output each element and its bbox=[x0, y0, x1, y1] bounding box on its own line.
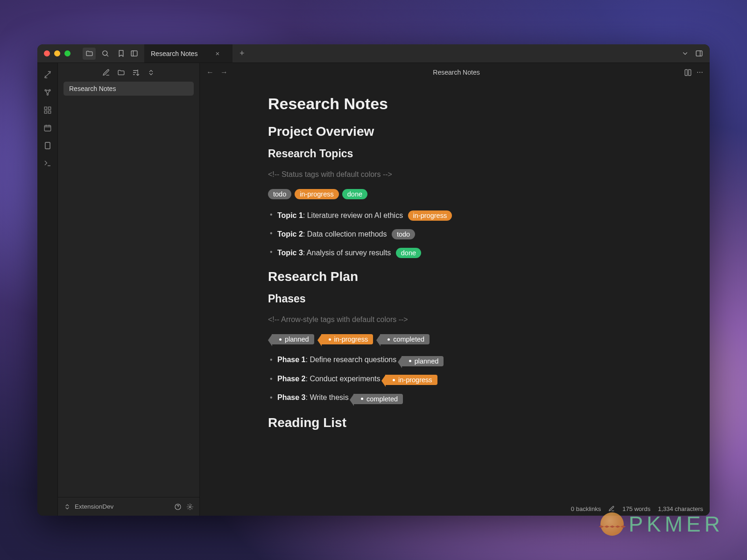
command-icon[interactable] bbox=[41, 156, 55, 170]
app-window: Research Notes × + R bbox=[37, 44, 710, 516]
svg-rect-9 bbox=[48, 111, 50, 113]
doc-h2-overview: Project Overview bbox=[268, 124, 641, 139]
comment-status-tags: <!-- Status tags with default colors --> bbox=[268, 170, 641, 179]
list-item: Topic 2: Data collection methods todo bbox=[277, 229, 641, 239]
svg-rect-7 bbox=[48, 107, 50, 109]
list-item: Phase 3: Write thesis completed bbox=[277, 393, 641, 404]
arrow-tag-row: planned in-progress completed bbox=[268, 334, 641, 344]
watermark-icon bbox=[600, 512, 624, 536]
tab-close-icon[interactable]: × bbox=[215, 49, 219, 57]
tag-todo[interactable]: todo bbox=[268, 189, 291, 199]
document: Research Notes Project Overview Research… bbox=[268, 86, 641, 492]
close-window[interactable] bbox=[44, 50, 50, 56]
doc-h2-plan: Research Plan bbox=[268, 269, 641, 284]
list-item: Phase 2: Conduct experiments in-progress bbox=[277, 375, 641, 385]
svg-point-0 bbox=[102, 51, 107, 56]
file-tree: Research Notes bbox=[58, 82, 199, 497]
svg-point-5 bbox=[47, 94, 48, 95]
nav-arrows: ← → bbox=[205, 68, 229, 77]
quick-switcher-icon[interactable] bbox=[41, 68, 55, 82]
arrow-tag-planned[interactable]: planned bbox=[272, 334, 314, 344]
svg-rect-6 bbox=[44, 107, 47, 109]
watermark-text: PKMER bbox=[628, 511, 724, 537]
svg-rect-2 bbox=[696, 51, 702, 56]
watermark: PKMER bbox=[600, 511, 724, 537]
doc-h3-topics: Research Topics bbox=[268, 147, 641, 160]
editor-title[interactable]: Research Notes bbox=[229, 69, 684, 76]
svg-point-3 bbox=[45, 90, 46, 91]
more-menu-icon[interactable]: ⋯ bbox=[697, 69, 704, 77]
search-icon[interactable] bbox=[99, 48, 112, 60]
sidebar-toolbar bbox=[58, 63, 199, 82]
list-item: Phase 1: Define research questions plann… bbox=[277, 356, 641, 366]
svg-rect-8 bbox=[44, 111, 47, 113]
minimize-window[interactable] bbox=[54, 50, 60, 56]
traffic-lights bbox=[37, 50, 77, 56]
list-item: Topic 1: Literature review on AI ethics … bbox=[277, 210, 641, 221]
nav-back-icon[interactable]: ← bbox=[205, 68, 215, 77]
doc-h1: Research Notes bbox=[268, 95, 641, 113]
editor-header-right: ⋯ bbox=[684, 69, 704, 77]
editor-content[interactable]: Research Notes Project Overview Research… bbox=[200, 82, 710, 516]
file-item-research-notes[interactable]: Research Notes bbox=[63, 82, 194, 96]
tag-done[interactable]: done bbox=[342, 189, 367, 199]
svg-point-14 bbox=[189, 506, 191, 508]
files-icon[interactable] bbox=[83, 48, 96, 60]
settings-icon[interactable] bbox=[186, 503, 194, 511]
tab-strip: Research Notes × + bbox=[144, 44, 680, 63]
ribbon bbox=[37, 63, 58, 516]
new-folder-icon[interactable] bbox=[116, 67, 127, 77]
nav-forward-icon[interactable]: → bbox=[219, 68, 229, 77]
svg-point-4 bbox=[49, 90, 50, 91]
maximize-window[interactable] bbox=[64, 50, 70, 56]
titlebar: Research Notes × + bbox=[37, 44, 710, 63]
sort-icon[interactable] bbox=[131, 67, 141, 77]
tab-research-notes[interactable]: Research Notes × bbox=[144, 44, 233, 63]
svg-rect-12 bbox=[45, 142, 50, 149]
arrow-tag-in-progress[interactable]: in-progress bbox=[321, 334, 374, 344]
svg-rect-1 bbox=[131, 51, 137, 56]
inline-tag[interactable]: planned bbox=[402, 356, 444, 366]
svg-rect-10 bbox=[44, 126, 51, 131]
titlebar-right-icons bbox=[680, 49, 710, 59]
editor-header: ← → Research Notes ⋯ bbox=[200, 63, 710, 82]
edit-mode-icon[interactable] bbox=[608, 505, 615, 512]
sidebar: Research Notes ExtensionDev bbox=[58, 63, 200, 516]
inline-tag[interactable]: in-progress bbox=[408, 210, 452, 221]
chevron-down-icon[interactable] bbox=[680, 49, 690, 59]
comment-arrow-tags: <!-- Arrow-style tags with default color… bbox=[268, 315, 641, 324]
topics-list: Topic 1: Literature review on AI ethics … bbox=[268, 210, 641, 258]
doc-h2-reading: Reading List bbox=[268, 415, 641, 430]
list-item: Topic 3: Analysis of survey results done bbox=[277, 248, 641, 258]
inline-tag[interactable]: in-progress bbox=[385, 375, 437, 385]
inline-tag[interactable]: done bbox=[396, 248, 421, 258]
canvas-icon[interactable] bbox=[41, 103, 55, 117]
new-tab-button[interactable]: + bbox=[233, 49, 251, 58]
reading-mode-icon[interactable] bbox=[684, 69, 692, 77]
left-panel-toggle-icon[interactable] bbox=[127, 48, 141, 60]
tab-label: Research Notes bbox=[151, 50, 197, 57]
vault-name[interactable]: ExtensionDev bbox=[75, 503, 113, 510]
graph-icon[interactable] bbox=[41, 85, 55, 99]
phases-list: Phase 1: Define research questions plann… bbox=[268, 356, 641, 404]
help-icon[interactable] bbox=[174, 503, 182, 511]
editor-pane: ← → Research Notes ⋯ Research Notes Proj… bbox=[200, 63, 710, 516]
app-body: Research Notes ExtensionDev ← → Research… bbox=[37, 63, 710, 516]
templates-icon[interactable] bbox=[41, 139, 55, 153]
sidebar-footer: ExtensionDev bbox=[58, 497, 199, 516]
right-panel-toggle-icon[interactable] bbox=[694, 49, 704, 59]
doc-h3-phases: Phases bbox=[268, 293, 641, 305]
inline-tag[interactable]: todo bbox=[392, 229, 415, 239]
daily-note-icon[interactable] bbox=[41, 121, 55, 135]
new-note-icon[interactable] bbox=[101, 67, 112, 77]
collapse-icon[interactable] bbox=[146, 67, 156, 77]
arrow-tag-completed[interactable]: completed bbox=[380, 334, 430, 344]
inline-tag[interactable]: completed bbox=[353, 394, 403, 404]
status-tag-row: todo in-progress done bbox=[268, 189, 641, 199]
status-backlinks[interactable]: 0 backlinks bbox=[571, 505, 601, 512]
titlebar-left-icons bbox=[83, 48, 127, 60]
vault-switch-icon[interactable] bbox=[63, 503, 71, 511]
bookmark-icon[interactable] bbox=[114, 48, 127, 60]
tag-in-progress[interactable]: in-progress bbox=[295, 189, 339, 199]
svg-rect-11 bbox=[45, 142, 50, 149]
